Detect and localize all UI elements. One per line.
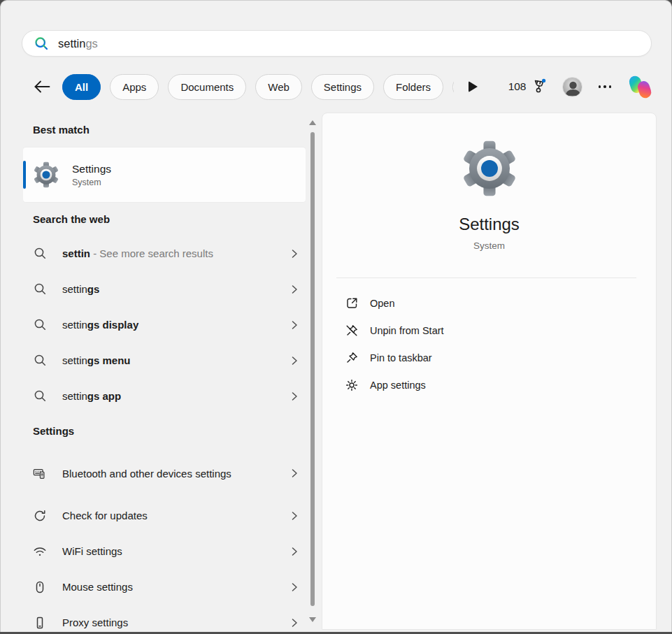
chevron-right-icon — [289, 582, 300, 593]
pin-to-taskbar-action[interactable]: Pin to taskbar — [345, 344, 656, 371]
web-suggestion-row[interactable]: settin - See more search results — [23, 236, 306, 271]
search-web-heading: Search the web — [33, 213, 306, 226]
gear-icon — [345, 378, 359, 392]
chevron-right-icon — [289, 284, 300, 295]
chevron-right-icon — [289, 248, 300, 259]
more-filters-button[interactable] — [465, 79, 480, 94]
divider — [336, 278, 636, 278]
search-icon — [34, 36, 50, 52]
settings-results-list: Bluetooth and other devices settings Che… — [23, 449, 306, 630]
unpin-icon — [345, 324, 359, 338]
best-match-result[interactable]: Settings System — [23, 147, 306, 202]
expand-filters-icon — [469, 81, 478, 92]
chevron-right-icon — [289, 510, 300, 521]
web-suggestion-row[interactable]: settings app — [23, 378, 306, 414]
search-glyph-icon — [33, 389, 47, 403]
best-match-title: Settings — [72, 162, 111, 176]
chevron-right-icon — [289, 355, 300, 366]
unpin-from-start-action[interactable]: Unpin from Start — [345, 317, 656, 344]
chevron-right-icon — [289, 319, 300, 331]
search-glyph-icon — [33, 318, 47, 331]
tab-folders[interactable]: Folders — [383, 74, 443, 100]
settings-result-row[interactable]: Bluetooth and other devices settings — [23, 449, 306, 498]
tab-web[interactable]: Web — [255, 74, 302, 100]
rewards-points: 108 — [508, 80, 527, 93]
web-suggestion-row[interactable]: settings display — [23, 307, 306, 343]
settings-result-row[interactable]: Check for updates — [23, 498, 306, 533]
scrollbar-thumb[interactable] — [310, 132, 315, 606]
tab-apps[interactable]: Apps — [110, 74, 159, 100]
open-external-icon — [345, 296, 359, 310]
action-list: Open Unpin from Start — [345, 289, 656, 398]
back-arrow-icon — [34, 80, 50, 93]
app-settings-action[interactable]: App settings — [345, 371, 656, 398]
pin-icon — [345, 351, 359, 365]
mouse-icon — [33, 580, 47, 594]
filter-tabs: All Apps Documents Web Settings Folders … — [62, 74, 454, 100]
scrollbar[interactable] — [307, 113, 317, 630]
settings-result-row[interactable]: Mouse settings — [23, 569, 306, 605]
header-right-cluster: 108 — [508, 74, 653, 100]
web-suggestion-row[interactable]: settings — [23, 271, 306, 307]
rewards-trophy-icon — [532, 78, 548, 95]
copilot-icon[interactable] — [627, 74, 653, 100]
preview-app-title: Settings — [322, 214, 656, 235]
back-button[interactable] — [33, 78, 51, 96]
more-options-button[interactable] — [597, 81, 613, 92]
open-action[interactable]: Open — [345, 289, 656, 317]
results-list-panel: Best match Settings System Search the we… — [23, 113, 306, 630]
web-suggestions-list: settin - See more search results setting… — [23, 236, 306, 414]
bluetooth-devices-icon — [33, 466, 47, 480]
best-match-subtitle: System — [72, 178, 111, 187]
inline-completion: gs — [85, 37, 97, 50]
search-glyph-icon — [33, 282, 47, 296]
sync-icon — [33, 509, 47, 523]
chevron-right-icon — [289, 617, 300, 628]
chevron-right-icon — [289, 468, 300, 479]
preview-panel: Settings System Open — [322, 113, 657, 630]
settings-app-icon-large — [461, 140, 518, 197]
settings-heading: Settings — [33, 425, 306, 438]
search-flyout-window: settings All Apps Documents Web Settings… — [0, 0, 672, 632]
preview-app-subtitle: System — [322, 240, 656, 251]
tab-photos[interactable]: Photos — [452, 74, 454, 100]
web-suggestion-row[interactable]: settings menu — [23, 343, 306, 378]
chevron-right-icon — [289, 391, 300, 402]
person-silhouette-icon — [563, 78, 582, 97]
search-query-text: settings — [58, 37, 98, 50]
chevron-right-icon — [289, 546, 300, 557]
settings-app-icon — [33, 161, 59, 188]
best-match-heading: Best match — [33, 124, 306, 136]
tab-documents[interactable]: Documents — [168, 74, 246, 100]
scroll-up-arrow-icon[interactable] — [309, 120, 316, 125]
settings-result-row[interactable]: Proxy settings — [23, 605, 306, 630]
wifi-icon — [33, 545, 47, 558]
scroll-down-arrow-icon[interactable] — [309, 617, 316, 622]
search-glyph-icon — [33, 354, 47, 367]
results-area: Best match Settings System Search the we… — [1, 113, 671, 630]
phone-icon — [33, 616, 47, 630]
selection-accent-bar — [23, 161, 26, 189]
user-avatar[interactable] — [562, 77, 582, 97]
settings-result-row[interactable]: WiFi settings — [23, 533, 306, 569]
rewards-button[interactable]: 108 — [508, 78, 548, 95]
search-input[interactable]: settings — [22, 30, 652, 57]
tab-settings[interactable]: Settings — [311, 74, 374, 100]
search-glyph-icon — [33, 247, 47, 260]
tab-all[interactable]: All — [62, 74, 101, 100]
filter-bar: All Apps Documents Web Settings Folders … — [1, 71, 671, 102]
